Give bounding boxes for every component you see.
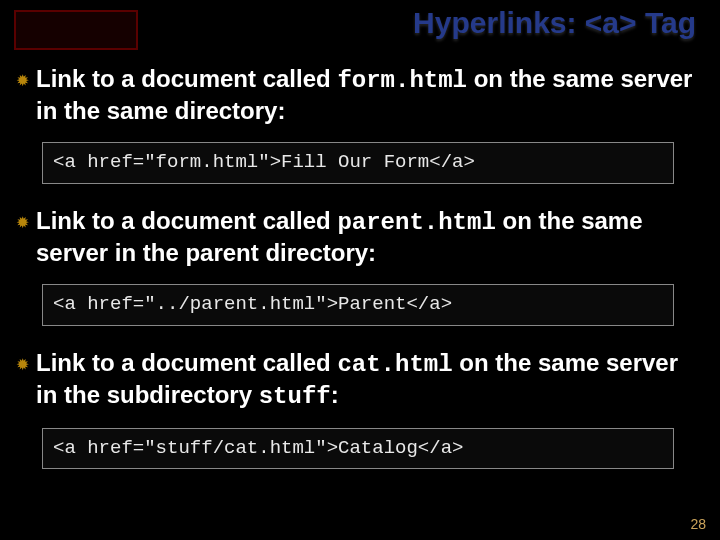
text-pre: Link to a document called — [36, 349, 337, 376]
bullet-icon: ✹ — [16, 206, 36, 238]
bullet-item: ✹ Link to a document called parent.html … — [16, 206, 700, 326]
page-number: 28 — [690, 516, 706, 532]
text-tail: : — [331, 381, 339, 408]
bullet-icon: ✹ — [16, 64, 36, 96]
bullet-text: Link to a document called form.html on t… — [36, 64, 700, 126]
code-snippet: <a href="../parent.html">Parent</a> — [42, 284, 674, 326]
inline-code: parent.html — [337, 209, 495, 236]
code-snippet: <a href="stuff/cat.html">Catalog</a> — [42, 428, 674, 470]
slide-content: ✹ Link to a document called form.html on… — [16, 64, 700, 491]
slide-title: Hyperlinks: <a> Tag — [413, 6, 696, 40]
bullet-icon: ✹ — [16, 348, 36, 380]
logo-placeholder — [14, 10, 138, 50]
text-pre: Link to a document called — [36, 207, 337, 234]
code-snippet: <a href="form.html">Fill Our Form</a> — [42, 142, 674, 184]
bullet-text: Link to a document called parent.html on… — [36, 206, 700, 268]
inline-code: cat.html — [337, 351, 452, 378]
bullet-item: ✹ Link to a document called form.html on… — [16, 64, 700, 184]
inline-code: form.html — [337, 67, 467, 94]
bullet-item: ✹ Link to a document called cat.html on … — [16, 348, 700, 470]
bullet-text: Link to a document called cat.html on th… — [36, 348, 700, 412]
inline-code: stuff — [259, 383, 331, 410]
text-pre: Link to a document called — [36, 65, 337, 92]
